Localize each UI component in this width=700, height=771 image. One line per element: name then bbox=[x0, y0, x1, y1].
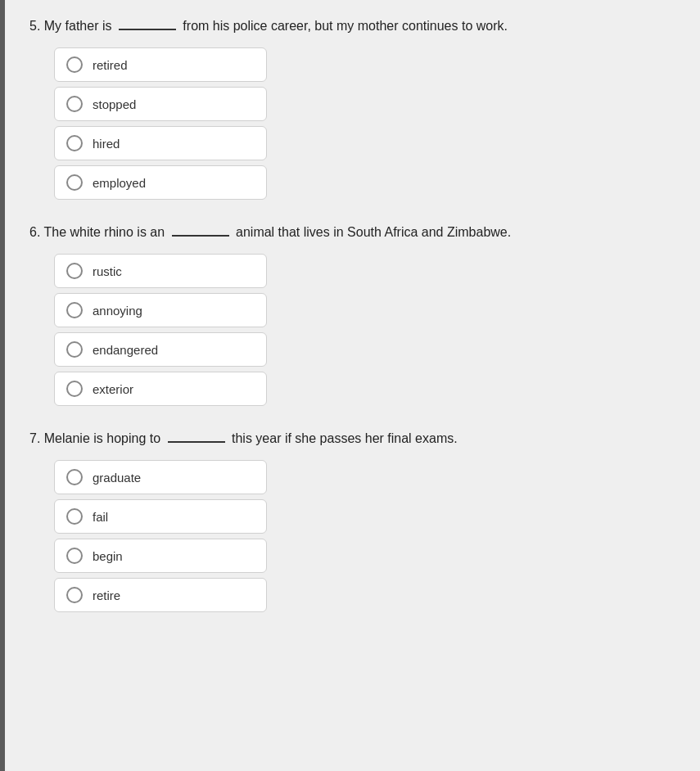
radio-5-3[interactable] bbox=[66, 135, 83, 151]
option-5-2-label: stopped bbox=[93, 97, 136, 111]
option-5-3-label: hired bbox=[93, 137, 120, 151]
option-5-4-label: employed bbox=[93, 176, 146, 190]
option-7-4[interactable]: retire bbox=[54, 578, 267, 612]
radio-6-4[interactable] bbox=[66, 381, 83, 397]
main-content: 5. My father is from his police career, … bbox=[5, 0, 700, 771]
question-7-number: 7. bbox=[29, 431, 40, 445]
radio-6-2[interactable] bbox=[66, 302, 83, 318]
question-7-options: graduate fail begin retire bbox=[29, 460, 675, 612]
radio-7-2[interactable] bbox=[66, 508, 83, 525]
option-6-3-label: endangered bbox=[93, 343, 158, 357]
radio-7-4[interactable] bbox=[66, 587, 83, 603]
question-6-text: 6. The white rhino is an animal that liv… bbox=[29, 223, 675, 242]
question-6-number: 6. bbox=[29, 225, 40, 239]
question-5-number: 5. bbox=[29, 19, 40, 33]
question-6-options: rustic annoying endangered exterior bbox=[29, 254, 675, 406]
radio-5-1[interactable] bbox=[66, 56, 83, 73]
radio-6-1[interactable] bbox=[66, 263, 83, 279]
radio-7-1[interactable] bbox=[66, 469, 83, 485]
blank-7 bbox=[168, 441, 225, 443]
radio-5-4[interactable] bbox=[66, 174, 83, 191]
radio-7-3[interactable] bbox=[66, 548, 83, 564]
question-5-options: retired stopped hired employed bbox=[29, 47, 675, 200]
option-6-4[interactable]: exterior bbox=[54, 372, 267, 406]
option-6-3[interactable]: endangered bbox=[54, 332, 267, 367]
option-6-1-label: rustic bbox=[93, 264, 122, 278]
option-5-2[interactable]: stopped bbox=[54, 87, 267, 121]
option-6-2-label: annoying bbox=[93, 304, 142, 318]
option-7-2-label: fail bbox=[93, 510, 108, 524]
option-7-3[interactable]: begin bbox=[54, 539, 267, 573]
option-7-1-label: graduate bbox=[93, 471, 141, 485]
option-7-4-label: retire bbox=[93, 588, 120, 602]
option-5-1-label: retired bbox=[93, 58, 128, 72]
option-6-4-label: exterior bbox=[93, 382, 133, 396]
option-7-1[interactable]: graduate bbox=[54, 460, 267, 494]
blank-6 bbox=[172, 235, 229, 237]
option-5-1[interactable]: retired bbox=[54, 47, 267, 82]
question-6: 6. The white rhino is an animal that liv… bbox=[29, 223, 675, 406]
question-5-text: 5. My father is from his police career, … bbox=[29, 16, 675, 36]
question-5: 5. My father is from his police career, … bbox=[29, 16, 675, 200]
option-7-3-label: begin bbox=[93, 549, 123, 563]
radio-5-2[interactable] bbox=[66, 96, 83, 112]
blank-5 bbox=[119, 29, 176, 30]
question-7: 7. Melanie is hoping to this year if she… bbox=[29, 429, 675, 612]
option-6-1[interactable]: rustic bbox=[54, 254, 267, 288]
radio-6-3[interactable] bbox=[66, 341, 83, 358]
option-5-3[interactable]: hired bbox=[54, 126, 267, 160]
option-7-2[interactable]: fail bbox=[54, 499, 267, 534]
question-7-text: 7. Melanie is hoping to this year if she… bbox=[29, 429, 675, 449]
option-6-2[interactable]: annoying bbox=[54, 293, 267, 327]
option-5-4[interactable]: employed bbox=[54, 165, 267, 200]
